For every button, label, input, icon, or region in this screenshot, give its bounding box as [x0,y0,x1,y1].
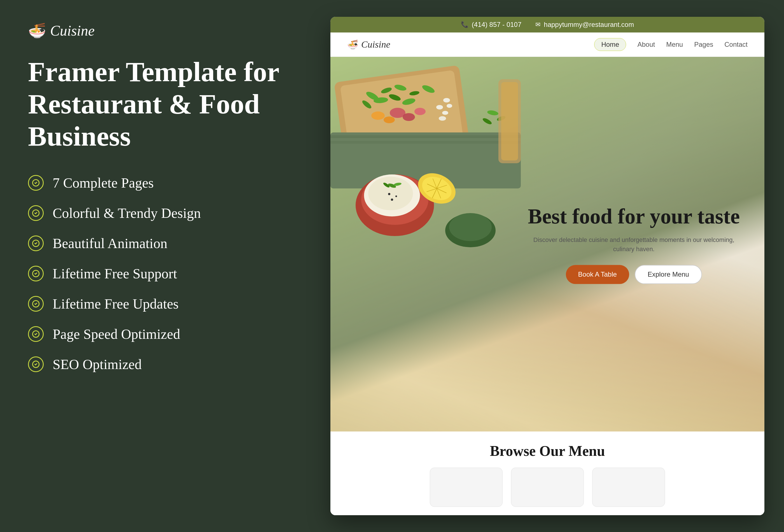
svg-point-26 [447,104,452,108]
hero-text: Best food for your taste Discover delect… [515,204,754,284]
svg-point-24 [442,111,448,115]
feature-label-6: Page Speed Optimized [53,326,180,342]
feature-label-3: Beautiful Animation [53,235,167,251]
svg-point-39 [395,195,397,197]
browse-card-3 [592,468,665,507]
feature-label-7: SEO Optimized [53,356,142,372]
svg-point-23 [436,105,443,110]
main-container: 🍜 Cuisine Framer Template for Restaurant… [0,0,784,532]
main-title: Framer Template for Restaurant & Food Bu… [28,56,280,152]
email-icon: ✉ [535,21,540,28]
site-brand: 🍜 Cuisine [347,39,390,50]
check-icon-2 [28,205,44,221]
food-illustration [330,57,521,253]
svg-point-49 [487,110,499,116]
right-panel: 📞 (414) 857 - 0107 ✉ happytummy@restaura… [308,0,784,532]
hero-buttons: Book A Table Explore Menu [526,265,742,284]
check-icon-4 [28,266,44,281]
nav-link-about[interactable]: About [637,40,655,49]
feature-item: Lifetime Free Support [28,265,280,282]
svg-point-21 [371,111,385,120]
feature-item: SEO Optimized [28,356,280,372]
feature-item: 7 Complete Pages [28,175,280,191]
browse-title: Browse Our Menu [347,443,748,459]
svg-point-19 [403,113,415,121]
browse-cards [347,468,748,507]
site-brand-text: Cuisine [361,39,390,50]
features-list: 7 Complete Pages Colorful & Trendy Desig… [28,175,280,372]
check-icon-5 [28,296,44,312]
svg-point-38 [388,193,390,195]
nav-link-pages[interactable]: Pages [694,40,713,49]
check-icon-6 [28,326,44,342]
site-browse-section: Browse Our Menu [330,431,764,515]
site-brand-icon: 🍜 [347,39,358,50]
left-panel: 🍜 Cuisine Framer Template for Restaurant… [0,0,308,532]
svg-rect-53 [501,82,518,161]
brand-icon: 🍜 [28,24,46,38]
feature-item: Lifetime Free Updates [28,296,280,312]
svg-rect-30 [330,141,521,144]
svg-point-27 [443,98,450,103]
check-icon-3 [28,235,44,251]
feature-item: Beautiful Animation [28,235,280,251]
nav-link-contact[interactable]: Contact [724,40,748,49]
site-nav-links: Home About Menu Pages Contact [594,38,748,51]
feature-label-2: Colorful & Trendy Design [53,205,201,221]
explore-menu-button[interactable]: Explore Menu [635,265,702,284]
svg-point-51 [482,117,493,125]
svg-point-25 [439,116,446,121]
brand-name: Cuisine [50,22,95,39]
feature-label-5: Lifetime Free Updates [53,296,179,312]
nav-link-home[interactable]: Home [594,38,626,51]
browse-card-1 [430,468,503,507]
svg-point-40 [391,198,393,201]
feature-item: Colorful & Trendy Design [28,205,280,221]
site-hero: Best food for your taste Discover delect… [330,57,764,431]
phone-icon: 📞 [461,21,469,28]
feature-item: Page Speed Optimized [28,326,280,342]
topbar-email: ✉ happytummy@restaurant.com [535,21,634,29]
topbar-phone: 📞 (414) 857 - 0107 [461,21,521,29]
svg-point-48 [449,213,492,241]
browser-mockup: 📞 (414) 857 - 0107 ✉ happytummy@restaura… [330,17,764,515]
hero-subtext: Discover delectable cuisine and unforget… [526,235,742,254]
feature-label-4: Lifetime Free Support [53,265,177,282]
svg-rect-29 [330,135,521,138]
check-icon-1 [28,175,44,191]
nav-link-menu[interactable]: Menu [666,40,683,49]
topbar-phone-text: (414) 857 - 0107 [472,21,521,29]
feature-label-1: 7 Complete Pages [53,175,154,191]
svg-point-34 [368,177,413,210]
site-navbar: 🍜 Cuisine Home About Menu Pages Contact [330,32,764,57]
svg-point-22 [384,116,395,123]
browse-card-2 [511,468,584,507]
brand-logo: 🍜 Cuisine [28,22,280,39]
hero-headline: Best food for your taste [526,204,742,228]
topbar-email-text: happytummy@restaurant.com [544,21,634,29]
svg-point-20 [414,108,426,115]
site-topbar: 📞 (414) 857 - 0107 ✉ happytummy@restaura… [330,17,764,32]
book-table-button[interactable]: Book A Table [566,265,629,284]
check-icon-7 [28,357,44,372]
